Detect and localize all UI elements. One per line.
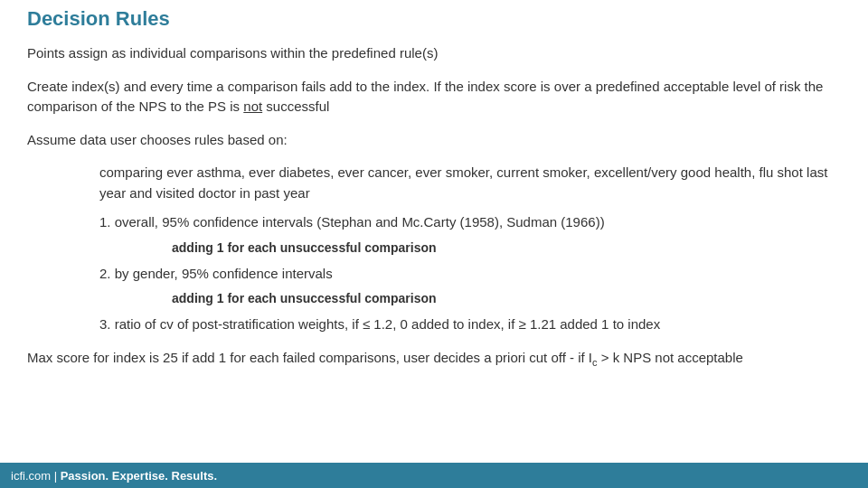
indent-list: comparing ever asthma, ever diabetes, ev… (99, 163, 841, 203)
para-2-underline: not (243, 99, 262, 114)
para-2-text-1: Create index(s) and every time a compari… (27, 79, 823, 115)
para-2: Create index(s) and every time a compari… (27, 77, 841, 117)
adding-label-1: adding 1 for each unsuccessful compariso… (172, 240, 841, 255)
para-final-text-1: Max score for index is 25 if add 1 for e… (27, 350, 592, 365)
footer-separator: | (51, 469, 61, 483)
page-title: Decision Rules (27, 7, 841, 31)
para-3: Assume data user chooses rules based on: (27, 130, 841, 151)
para-final: Max score for index is 25 if add 1 for e… (27, 348, 841, 371)
num-3-number: 3. (99, 316, 111, 332)
footer-bar: icfi.com | Passion. Expertise. Results. (0, 463, 868, 488)
para-2-text-2: successful (262, 99, 329, 114)
footer-tagline: Passion. Expertise. Results. (61, 469, 217, 483)
para-final-text-2: > k NPS not acceptable (598, 350, 743, 365)
page-content: Decision Rules Points assign as individu… (0, 0, 868, 436)
numbered-item-2: 2. by gender, 95% confidence intervals (99, 264, 841, 285)
num-1-number: 1. (99, 214, 111, 230)
footer-text: icfi.com | Passion. Expertise. Results. (11, 469, 217, 483)
numbered-item-3: 3. ratio of cv of post-stratification we… (99, 314, 841, 335)
num-3-text: ratio of cv of post-stratification weigh… (111, 316, 661, 332)
num-2-text: by gender, 95% confidence intervals (111, 266, 333, 281)
footer-brand: icfi.com (11, 469, 51, 483)
para-1: Points assign as individual comparisons … (27, 43, 841, 64)
num-1-text: overall, 95% confidence intervals (Steph… (111, 214, 605, 230)
numbered-item-1: 1. overall, 95% confidence intervals (St… (99, 212, 841, 233)
num-2-number: 2. (99, 266, 111, 281)
adding-label-2: adding 1 for each unsuccessful compariso… (172, 291, 841, 305)
